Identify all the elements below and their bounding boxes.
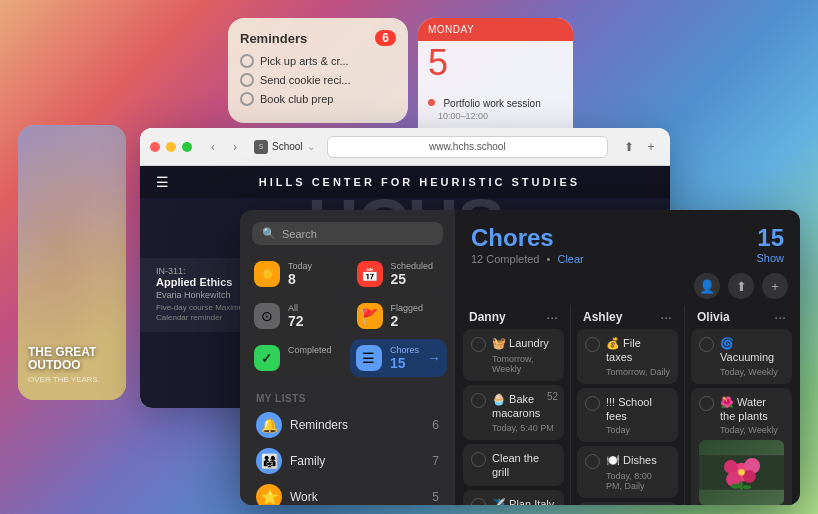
people-title: THE GREAT OUTDOO (28, 346, 116, 372)
italy-title: ✈️ Plan Italy trip (492, 497, 556, 505)
person-button[interactable]: 👤 (694, 273, 720, 299)
flagged-count: 2 (391, 313, 442, 329)
laundry-title: 🧺 Laundry (492, 336, 556, 350)
task-water-plants: 🌺 Water the plants Today, Weekly (691, 388, 792, 505)
task-school-fees: !!! School fees Today (577, 388, 678, 443)
all-label: All (288, 303, 339, 313)
clear-button[interactable]: Clear (557, 253, 583, 265)
scheduled-count: 25 (391, 271, 442, 287)
ashley-more-icon[interactable]: ··· (660, 309, 672, 325)
forward-button[interactable]: › (226, 138, 244, 156)
column-toolbar: 👤 ⬆ + (455, 273, 800, 305)
completed-icon: ✓ (254, 345, 280, 371)
chores-label: Chores (390, 345, 419, 355)
list-work-icon: ⭐ (256, 484, 282, 505)
upload-button[interactable]: ⬆ (728, 273, 754, 299)
list-reminders[interactable]: 🔔 Reminders 6 (248, 407, 447, 443)
all-count: 72 (288, 313, 339, 329)
scheduled-icon: 📅 (357, 261, 383, 287)
flower-image (699, 440, 784, 505)
task-vacuuming: 🌀 Vacuuming Today, Weekly (691, 329, 792, 384)
show-button[interactable]: Show (756, 252, 784, 264)
task-birthday-cake: Pick up birthday cake for 🐾 Sparky (577, 502, 678, 505)
list-family-name: Family (290, 454, 424, 468)
task-taxes: 💰 File taxes Tomorrow, Daily (577, 329, 678, 384)
tab-icon: S (254, 140, 268, 154)
completed-info: 12 Completed • Clear (471, 253, 584, 265)
today-icon: ☀️ (254, 261, 280, 287)
all-icon: ⊙ (254, 303, 280, 329)
list-reminders-name: Reminders (290, 418, 424, 432)
header-left: Chores 12 Completed • Clear (471, 224, 584, 265)
macarons-check[interactable] (471, 393, 486, 408)
add-button[interactable]: + (762, 273, 788, 299)
reminder-item-3: Book club prep (240, 92, 396, 106)
reminders-app: 🔍 Search ☀️ Today 8 📅 Scheduled 25 (240, 210, 800, 505)
list-reminders-count: 6 (432, 418, 439, 432)
list-work-name: Work (290, 490, 424, 504)
smart-list-completed[interactable]: ✓ Completed (248, 339, 344, 377)
my-lists-label: My Lists (240, 385, 455, 407)
main-header: Chores 12 Completed • Clear 15 Show (455, 210, 800, 273)
traffic-light-maximize[interactable] (182, 142, 192, 152)
completed-label: Completed (288, 345, 338, 355)
plants-check[interactable] (699, 396, 714, 411)
school-menu-icon[interactable]: ☰ (156, 174, 169, 190)
fees-subtitle: Today (585, 425, 670, 435)
italy-check[interactable] (471, 498, 486, 505)
today-label: Today (288, 261, 339, 271)
traffic-light-minimize[interactable] (166, 142, 176, 152)
smart-list-scheduled[interactable]: 📅 Scheduled 25 (351, 255, 448, 293)
vacuum-check[interactable] (699, 337, 714, 352)
smart-list-today[interactable]: ☀️ Today 8 (248, 255, 345, 293)
grill-check[interactable] (471, 452, 486, 467)
reminder-circle-2 (240, 73, 254, 87)
reminders-badge: 6 (375, 30, 396, 46)
search-bar[interactable]: 🔍 Search (252, 222, 443, 245)
count-badge: 15 (757, 224, 784, 252)
taxes-subtitle: Tomorrow, Daily (585, 367, 670, 377)
smart-list-all[interactable]: ⊙ All 72 (248, 297, 345, 335)
danny-name: Danny (469, 310, 506, 324)
laundry-check[interactable] (471, 337, 486, 352)
smart-lists: ☀️ Today 8 📅 Scheduled 25 ⊙ (240, 255, 455, 377)
event-time-1: 10:00–12:00 (428, 111, 563, 121)
event-text-1: Portfolio work session (443, 98, 540, 109)
my-lists: 🔔 Reminders 6 👨‍👩‍👧 Family 7 ⭐ Work 5 🛒 … (240, 407, 455, 505)
dishes-subtitle: Today, 8:00 PM, Daily (585, 471, 670, 491)
search-input-label: Search (282, 228, 317, 240)
fees-check[interactable] (585, 396, 600, 411)
olivia-header: Olivia ··· (691, 305, 792, 329)
list-work[interactable]: ⭐ Work 5 (248, 479, 447, 505)
olivia-more-icon[interactable]: ··· (774, 309, 786, 325)
dishes-check[interactable] (585, 454, 600, 469)
list-reminders-icon: 🔔 (256, 412, 282, 438)
calendar-date: 5 (418, 41, 573, 89)
back-button[interactable]: ‹ (204, 138, 222, 156)
taxes-check[interactable] (585, 337, 600, 352)
browser-actions: ⬆ + (620, 138, 660, 156)
flagged-label: Flagged (391, 303, 442, 313)
task-columns: Danny ··· 🧺 Laundry Tomorrow, Weekly 🧁 (455, 305, 800, 505)
smart-list-flagged[interactable]: 🚩 Flagged 2 (351, 297, 448, 335)
scheduled-label: Scheduled (391, 261, 442, 271)
vacuum-title: 🌀 Vacuuming (720, 336, 784, 365)
traffic-light-close[interactable] (150, 142, 160, 152)
macarons-subtitle: Today, 5:40 PM (471, 423, 556, 433)
danny-more-icon[interactable]: ··· (546, 309, 558, 325)
calendar-day: MONDAY (418, 18, 573, 41)
macarons-count: 52 (547, 391, 558, 402)
ashley-name: Ashley (583, 310, 622, 324)
share-button[interactable]: ⬆ (620, 138, 638, 156)
olivia-name: Olivia (697, 310, 730, 324)
smart-list-chores[interactable]: ☰ Chores 15 → (350, 339, 447, 377)
plants-subtitle: Today, Weekly (699, 425, 784, 435)
people-widget: THE GREAT OUTDOO OVER THE YEARS. (18, 125, 126, 400)
svg-point-25 (743, 485, 752, 489)
list-family[interactable]: 👨‍👩‍👧 Family 7 (248, 443, 447, 479)
reminder-text-3: Book club prep (260, 93, 333, 105)
browser-address-bar[interactable]: www.hchs.school (327, 136, 608, 158)
add-tab-button[interactable]: + (642, 138, 660, 156)
event-dot-1 (428, 99, 435, 106)
browser-toolbar: ‹ › S School ⌄ www.hchs.school ⬆ + (140, 128, 670, 166)
